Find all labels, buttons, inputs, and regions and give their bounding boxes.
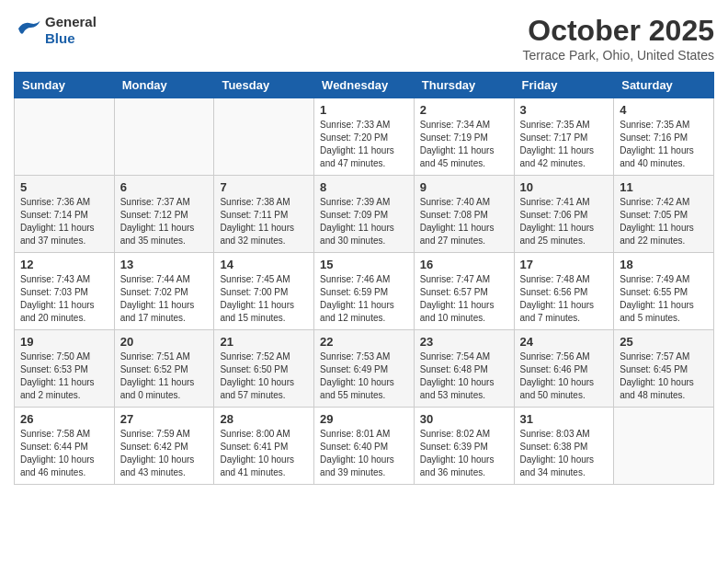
day-number: 18 — [620, 258, 708, 271]
day-info: Sunrise: 7:47 AM Sunset: 6:57 PM Dayligh… — [420, 273, 508, 325]
day-info: Sunrise: 7:51 AM Sunset: 6:52 PM Dayligh… — [120, 350, 209, 402]
day-number: 30 — [420, 412, 508, 426]
day-number: 7 — [220, 180, 308, 194]
day-info: Sunrise: 7:36 AM Sunset: 7:14 PM Dayligh… — [20, 196, 108, 247]
weekday-header-sunday: Sunday — [15, 73, 115, 98]
day-number: 22 — [320, 335, 408, 349]
calendar-cell: 21Sunrise: 7:52 AM Sunset: 6:50 PM Dayli… — [214, 330, 314, 408]
calendar-cell: 1Sunrise: 7:33 AM Sunset: 7:20 PM Daylig… — [314, 98, 415, 176]
calendar-cell: 8Sunrise: 7:39 AM Sunset: 7:09 PM Daylig… — [314, 176, 415, 253]
day-number: 17 — [520, 258, 609, 271]
calendar-cell: 20Sunrise: 7:51 AM Sunset: 6:52 PM Dayli… — [114, 330, 214, 408]
calendar-cell: 12Sunrise: 7:43 AM Sunset: 7:03 PM Dayli… — [15, 253, 115, 330]
day-info: Sunrise: 7:40 AM Sunset: 7:08 PM Dayligh… — [420, 196, 508, 247]
day-info: Sunrise: 8:01 AM Sunset: 6:40 PM Dayligh… — [320, 428, 408, 479]
day-info: Sunrise: 8:03 AM Sunset: 6:38 PM Dayligh… — [520, 428, 609, 479]
day-info: Sunrise: 8:02 AM Sunset: 6:39 PM Dayligh… — [420, 428, 508, 479]
calendar-cell: 6Sunrise: 7:37 AM Sunset: 7:12 PM Daylig… — [114, 176, 214, 253]
calendar-cell: 10Sunrise: 7:41 AM Sunset: 7:06 PM Dayli… — [514, 176, 614, 253]
calendar-cell: 3Sunrise: 7:35 AM Sunset: 7:17 PM Daylig… — [514, 98, 614, 176]
calendar-cell: 15Sunrise: 7:46 AM Sunset: 6:59 PM Dayli… — [314, 253, 415, 330]
calendar-cell: 18Sunrise: 7:49 AM Sunset: 6:55 PM Dayli… — [614, 253, 714, 330]
calendar-week-row: 26Sunrise: 7:58 AM Sunset: 6:44 PM Dayli… — [15, 408, 714, 485]
weekday-header-saturday: Saturday — [614, 73, 714, 98]
calendar-cell: 17Sunrise: 7:48 AM Sunset: 6:56 PM Dayli… — [514, 253, 614, 330]
calendar-week-row: 1Sunrise: 7:33 AM Sunset: 7:20 PM Daylig… — [15, 98, 714, 176]
calendar-cell — [15, 98, 115, 176]
day-number: 26 — [20, 412, 108, 426]
day-number: 24 — [520, 335, 609, 349]
calendar-cell — [214, 98, 314, 176]
day-number: 20 — [120, 335, 209, 349]
day-info: Sunrise: 7:59 AM Sunset: 6:42 PM Dayligh… — [120, 428, 209, 479]
calendar-cell: 14Sunrise: 7:45 AM Sunset: 7:00 PM Dayli… — [214, 253, 314, 330]
calendar-cell — [114, 98, 214, 176]
day-info: Sunrise: 7:33 AM Sunset: 7:20 PM Dayligh… — [320, 119, 408, 170]
day-number: 9 — [420, 180, 508, 194]
day-info: Sunrise: 7:49 AM Sunset: 6:55 PM Dayligh… — [620, 273, 708, 325]
calendar-cell — [614, 408, 714, 485]
day-number: 11 — [620, 180, 708, 194]
day-info: Sunrise: 7:34 AM Sunset: 7:19 PM Dayligh… — [420, 119, 508, 170]
day-number: 8 — [320, 180, 408, 194]
calendar-cell: 23Sunrise: 7:54 AM Sunset: 6:48 PM Dayli… — [414, 330, 514, 408]
calendar-cell: 9Sunrise: 7:40 AM Sunset: 7:08 PM Daylig… — [414, 176, 514, 253]
calendar-cell: 13Sunrise: 7:44 AM Sunset: 7:02 PM Dayli… — [114, 253, 214, 330]
weekday-header-friday: Friday — [514, 73, 614, 98]
calendar-cell: 30Sunrise: 8:02 AM Sunset: 6:39 PM Dayli… — [414, 408, 514, 485]
day-number: 6 — [120, 180, 209, 194]
calendar-cell: 19Sunrise: 7:50 AM Sunset: 6:53 PM Dayli… — [15, 330, 115, 408]
day-number: 3 — [520, 103, 609, 117]
page-header: General Blue October 2025 Terrace Park, … — [14, 14, 714, 63]
calendar-cell: 5Sunrise: 7:36 AM Sunset: 7:14 PM Daylig… — [15, 176, 115, 253]
calendar-cell: 25Sunrise: 7:57 AM Sunset: 6:45 PM Dayli… — [614, 330, 714, 408]
location: Terrace Park, Ohio, United States — [522, 48, 714, 63]
day-info: Sunrise: 7:54 AM Sunset: 6:48 PM Dayligh… — [420, 350, 508, 402]
day-info: Sunrise: 7:53 AM Sunset: 6:49 PM Dayligh… — [320, 350, 408, 402]
month-title: October 2025 — [522, 14, 714, 48]
day-number: 27 — [120, 412, 209, 426]
day-number: 13 — [120, 258, 209, 271]
calendar-cell: 24Sunrise: 7:56 AM Sunset: 6:46 PM Dayli… — [514, 330, 614, 408]
day-number: 16 — [420, 258, 508, 271]
logo-line2: Blue — [45, 30, 97, 47]
day-info: Sunrise: 7:50 AM Sunset: 6:53 PM Dayligh… — [20, 350, 108, 402]
calendar-cell: 16Sunrise: 7:47 AM Sunset: 6:57 PM Dayli… — [414, 253, 514, 330]
day-number: 14 — [220, 258, 308, 271]
day-info: Sunrise: 7:58 AM Sunset: 6:44 PM Dayligh… — [20, 428, 108, 479]
day-number: 21 — [220, 335, 308, 349]
calendar-week-row: 5Sunrise: 7:36 AM Sunset: 7:14 PM Daylig… — [15, 176, 714, 253]
day-number: 2 — [420, 103, 508, 117]
calendar-cell: 26Sunrise: 7:58 AM Sunset: 6:44 PM Dayli… — [15, 408, 115, 485]
calendar-week-row: 12Sunrise: 7:43 AM Sunset: 7:03 PM Dayli… — [15, 253, 714, 330]
day-number: 19 — [20, 335, 108, 349]
day-number: 15 — [320, 258, 408, 271]
day-info: Sunrise: 8:00 AM Sunset: 6:41 PM Dayligh… — [220, 428, 308, 479]
day-info: Sunrise: 7:37 AM Sunset: 7:12 PM Dayligh… — [120, 196, 209, 247]
day-number: 4 — [620, 103, 708, 117]
calendar-cell: 31Sunrise: 8:03 AM Sunset: 6:38 PM Dayli… — [514, 408, 614, 485]
calendar-cell: 7Sunrise: 7:38 AM Sunset: 7:11 PM Daylig… — [214, 176, 314, 253]
day-info: Sunrise: 7:44 AM Sunset: 7:02 PM Dayligh… — [120, 273, 209, 325]
logo-line1: General — [45, 14, 97, 30]
title-block: October 2025 Terrace Park, Ohio, United … — [522, 14, 714, 63]
day-info: Sunrise: 7:39 AM Sunset: 7:09 PM Dayligh… — [320, 196, 408, 247]
calendar-cell: 2Sunrise: 7:34 AM Sunset: 7:19 PM Daylig… — [414, 98, 514, 176]
day-info: Sunrise: 7:56 AM Sunset: 6:46 PM Dayligh… — [520, 350, 609, 402]
day-info: Sunrise: 7:46 AM Sunset: 6:59 PM Dayligh… — [320, 273, 408, 325]
day-info: Sunrise: 7:52 AM Sunset: 6:50 PM Dayligh… — [220, 350, 308, 402]
weekday-header-monday: Monday — [114, 73, 214, 98]
calendar-cell: 29Sunrise: 8:01 AM Sunset: 6:40 PM Dayli… — [314, 408, 415, 485]
calendar-cell: 27Sunrise: 7:59 AM Sunset: 6:42 PM Dayli… — [114, 408, 214, 485]
logo: General Blue — [14, 14, 97, 47]
day-info: Sunrise: 7:35 AM Sunset: 7:17 PM Dayligh… — [520, 119, 609, 170]
day-number: 25 — [620, 335, 708, 349]
day-number: 23 — [420, 335, 508, 349]
weekday-header-tuesday: Tuesday — [214, 73, 314, 98]
day-number: 28 — [220, 412, 308, 426]
day-info: Sunrise: 7:45 AM Sunset: 7:00 PM Dayligh… — [220, 273, 308, 325]
day-info: Sunrise: 7:35 AM Sunset: 7:16 PM Dayligh… — [620, 119, 708, 170]
day-number: 5 — [20, 180, 108, 194]
day-number: 29 — [320, 412, 408, 426]
calendar-cell: 11Sunrise: 7:42 AM Sunset: 7:05 PM Dayli… — [614, 176, 714, 253]
